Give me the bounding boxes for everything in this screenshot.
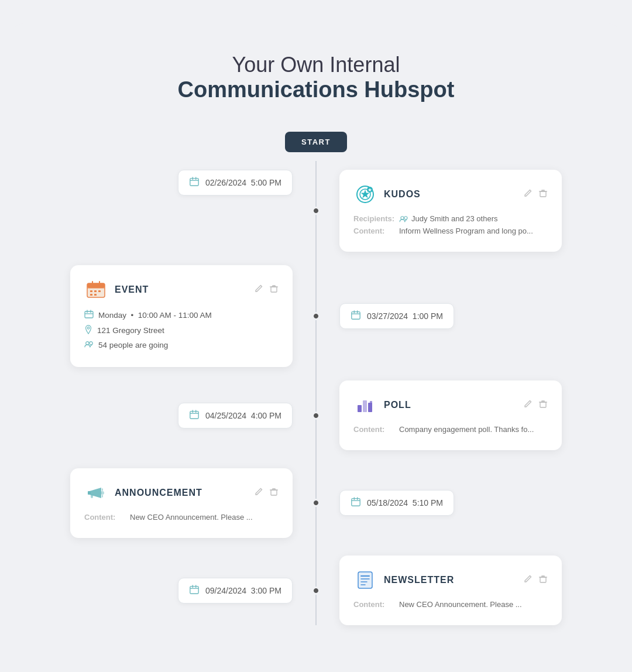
card-announcement: ANNOUNCEMENT Content:	[70, 468, 293, 538]
kudos-recipients-label: Recipients:	[353, 214, 394, 223]
svg-point-31	[90, 342, 92, 345]
poll-content-field: Content: Company engagement poll. Thanks…	[353, 425, 548, 434]
event-edit-icon[interactable]	[254, 284, 263, 296]
announcement-delete-icon[interactable]	[269, 487, 279, 499]
page-header: Your Own Internal Communications Hubspot	[47, 53, 585, 102]
kudos-edit-icon[interactable]	[523, 188, 533, 200]
event-time-text: Monday • 10:00 AM - 11:00 AM	[98, 311, 212, 320]
card-newsletter: NEWSLETTER Content: N	[339, 556, 562, 625]
card-announcement-header: ANNOUNCEMENT	[84, 481, 279, 505]
event-delete-icon[interactable]	[269, 284, 279, 296]
event-time-line: Monday • 10:00 AM - 11:00 AM	[84, 310, 279, 321]
page-title-light: Your Own Internal	[47, 53, 585, 77]
card-newsletter-actions[interactable]	[523, 574, 548, 586]
card-kudos-title: KUDOS	[384, 189, 421, 200]
card-newsletter-title-section: NEWSLETTER	[353, 568, 454, 592]
timeline-row-5: 09/24/2024 3:00 PM	[47, 556, 585, 625]
svg-rect-44	[540, 402, 546, 407]
svg-point-12	[404, 216, 407, 219]
calendar-icon-1	[189, 176, 200, 189]
svg-rect-16	[90, 290, 92, 292]
svg-point-11	[401, 216, 404, 219]
timeline-dot-4	[312, 499, 320, 507]
start-button[interactable]: START	[285, 132, 347, 152]
card-poll-title: POLL	[384, 400, 411, 410]
page-container: Your Own Internal Communications Hubspot…	[12, 23, 620, 672]
timeline-left-2: EVENT	[47, 265, 316, 367]
svg-rect-54	[190, 586, 198, 594]
timeline-right-5: NEWSLETTER Content: N	[316, 556, 585, 625]
date-text-1: 02/26/2024 5:00 PM	[205, 178, 281, 187]
svg-rect-46	[88, 491, 91, 495]
svg-rect-25	[85, 311, 93, 318]
timeline-dot-1	[312, 207, 320, 215]
svg-rect-48	[271, 490, 277, 495]
date-pill-5: 09/24/2024 3:00 PM	[178, 578, 293, 604]
event-location-icon	[84, 325, 92, 336]
date-pill-3: 04/25/2024 4:00 PM	[178, 403, 293, 428]
timeline-left-4: ANNOUNCEMENT Content:	[47, 468, 316, 538]
event-location-line: 121 Gregory Street	[84, 325, 279, 336]
poll-delete-icon[interactable]	[538, 399, 548, 411]
announcement-edit-icon[interactable]	[254, 487, 263, 499]
date-text-4: 05/18/2024 5:10 PM	[367, 498, 443, 508]
event-people-icon	[84, 340, 94, 350]
timeline-left-3: 04/25/2024 4:00 PM	[47, 403, 316, 428]
svg-rect-17	[94, 290, 97, 292]
announcement-content-label: Content:	[84, 513, 125, 522]
timeline-dot-5	[312, 587, 320, 595]
timeline-row-1: 02/26/2024 5:00 PM	[47, 170, 585, 252]
announcement-content-value: New CEO Announcement. Please ...	[130, 513, 253, 522]
svg-rect-50	[352, 499, 360, 506]
svg-point-30	[86, 342, 89, 345]
timeline-row-2: EVENT	[47, 258, 585, 375]
card-announcement-actions[interactable]	[254, 487, 279, 499]
page-title-bold: Communications Hubspot	[47, 77, 585, 102]
svg-rect-20	[94, 294, 97, 296]
newsletter-content-label: Content:	[353, 600, 394, 609]
timeline-row-3: 04/25/2024 4:00 PM	[47, 380, 585, 450]
kudos-recipients-field: Recipients: Judy Smith and 23 others	[353, 214, 548, 223]
newsletter-edit-icon[interactable]	[523, 574, 533, 586]
card-announcement-title: ANNOUNCEMENT	[115, 488, 202, 498]
kudos-delete-icon[interactable]	[538, 188, 548, 200]
event-time-icon	[84, 310, 94, 321]
card-kudos-actions[interactable]	[523, 188, 548, 200]
calendar-icon-4	[351, 496, 361, 509]
card-kudos-header: KUDOS	[353, 183, 548, 206]
date-text-2: 03/27/2024 1:00 PM	[367, 311, 443, 321]
svg-point-29	[87, 327, 90, 330]
timeline-right-1: KUDOS Recipients:	[316, 170, 585, 252]
svg-rect-43	[370, 401, 372, 403]
newsletter-icon	[353, 568, 377, 592]
event-location-text: 121 Gregory Street	[97, 326, 164, 335]
date-text-3: 04/25/2024 4:00 PM	[205, 411, 281, 420]
svg-rect-42	[368, 403, 372, 412]
newsletter-content-value: New CEO Announcement. Please ...	[399, 600, 522, 609]
svg-rect-58	[358, 572, 372, 588]
date-pill-1: 02/26/2024 5:00 PM	[178, 170, 293, 196]
timeline: START 02/26/2024 5:00 PM	[47, 132, 585, 625]
card-kudos-title-section: KUDOS	[353, 183, 421, 206]
event-icon	[84, 278, 108, 301]
timeline-left-5: 09/24/2024 3:00 PM	[47, 578, 316, 604]
card-newsletter-header: NEWSLETTER	[353, 568, 548, 592]
calendar-icon-5	[189, 584, 200, 597]
date-pill-4: 05/18/2024 5:10 PM	[339, 490, 454, 516]
card-poll-actions[interactable]	[523, 399, 548, 411]
date-text-5: 09/24/2024 3:00 PM	[205, 586, 281, 595]
svg-rect-9	[540, 191, 546, 197]
card-event-title-section: EVENT	[84, 278, 149, 301]
timeline-dot-2	[312, 312, 320, 320]
card-newsletter-title: NEWSLETTER	[384, 575, 454, 585]
event-people-line: 54 people are going	[84, 340, 279, 350]
kudos-content-label: Content:	[353, 227, 394, 235]
newsletter-content-field: Content: New CEO Announcement. Please ..…	[353, 600, 548, 609]
svg-rect-32	[352, 312, 360, 320]
timeline-row-4: ANNOUNCEMENT Content:	[47, 456, 585, 550]
card-event-actions[interactable]	[254, 284, 279, 296]
newsletter-delete-icon[interactable]	[538, 574, 548, 586]
svg-rect-0	[190, 179, 198, 186]
poll-edit-icon[interactable]	[523, 399, 533, 411]
card-poll-title-section: POLL	[353, 393, 411, 417]
